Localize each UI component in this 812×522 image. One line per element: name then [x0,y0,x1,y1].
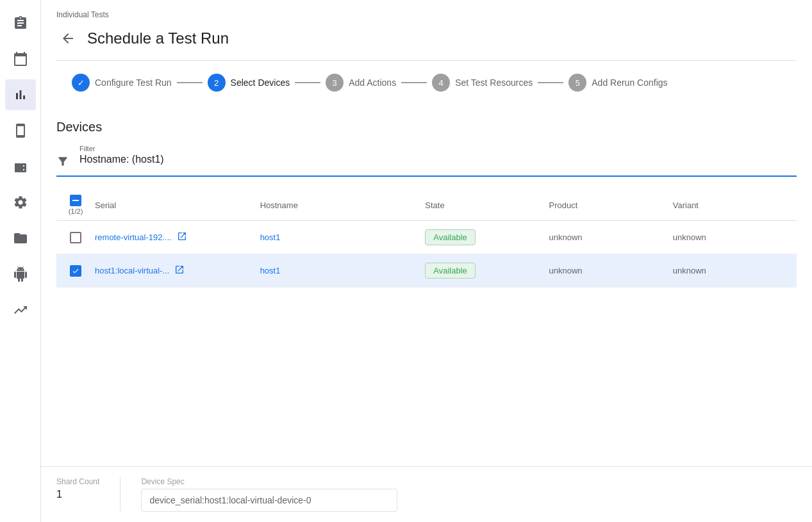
step-5-label: Add Rerun Configs [592,77,667,88]
device-table: (1/2) Serial Hostname State Product Vari… [56,190,797,288]
sidebar [0,0,41,522]
select-all-cell: (1/2) [56,195,95,215]
col-header-state: State [425,200,549,210]
external-link-icon-2[interactable] [174,265,185,277]
filter-label: Filter [79,145,164,152]
row-2-check-cell [56,265,95,277]
step-5: 5 Add Rerun Configs [568,74,667,92]
filter-value: Hostname: (host1) [79,154,164,165]
table-row: remote-virtual-192.... host1 Available u… [56,221,797,254]
footer-divider [120,477,120,512]
step-connector-2 [295,82,320,83]
sidebar-item-clipboard[interactable] [5,8,36,38]
state-badge-1: Available [425,229,476,245]
state-badge-2: Available [425,263,476,279]
product-text-2: unknown [549,266,583,275]
step-2-label: Select Devices [231,77,290,88]
sidebar-item-phone[interactable] [5,115,36,146]
step-1: ✓ Configure Test Run [72,74,172,92]
sidebar-item-chart[interactable] [5,79,36,110]
serial-cell-1: remote-virtual-192.... [95,231,260,244]
serial-link-1[interactable]: remote-virtual-192.... [95,232,172,242]
step-connector-3 [401,82,427,83]
step-4-label: Set Test Resources [455,77,533,88]
shard-count-label: Shard Count [56,477,99,486]
sidebar-item-settings[interactable] [5,187,36,218]
sidebar-item-folder[interactable] [5,223,36,254]
table-row: host1:local-virtual-... host1 Available … [56,254,797,288]
row-2-variant: unknown [673,266,797,275]
col-header-hostname: Hostname [260,200,426,210]
row-1-hostname: host1 [260,232,426,242]
sidebar-item-android[interactable] [5,259,36,290]
main-content: Individual Tests Schedule a Test Run ✓ C… [41,0,812,522]
hostname-link-2[interactable]: host1 [260,266,281,275]
col-header-variant: Variant [673,200,797,210]
col-header-serial: Serial [95,200,260,210]
row-1-serial: remote-virtual-192.... [95,231,260,244]
step-connector-1 [177,82,203,83]
selection-count: (1/2) [69,208,83,215]
back-button[interactable] [56,27,79,50]
col-header-product: Product [549,200,673,210]
header: Individual Tests Schedule a Test Run ✓ C… [41,0,812,104]
variant-text-1: unknown [673,232,706,242]
step-1-circle: ✓ [72,74,90,92]
product-text-1: unknown [549,232,583,242]
step-connector-4 [538,82,563,83]
row-2-hostname: host1 [260,266,426,275]
row-1-checkbox[interactable] [70,232,81,243]
select-all-checkbox[interactable] [70,195,81,206]
section-title: Devices [56,120,797,135]
row-2-product: unknown [549,266,673,275]
hostname-link-1[interactable]: host1 [260,232,281,242]
content: Devices Filter Hostname: (host1) [41,104,812,466]
device-spec-value: device_serial:host1:local-virtual-device… [149,495,311,505]
row-1-state: Available [425,229,549,245]
page-title: Schedule a Test Run [87,29,229,47]
step-5-circle: 5 [568,74,586,92]
step-3-circle: 3 [326,74,344,92]
stepper: ✓ Configure Test Run 2 Select Devices 3 … [56,61,797,104]
device-spec-field: Device Spec device_serial:host1:local-vi… [141,477,397,512]
step-4-circle: 4 [432,74,450,92]
table-header: (1/2) Serial Hostname State Product Vari… [56,190,797,221]
filter-row[interactable]: Filter Hostname: (host1) [56,145,797,177]
sidebar-item-server[interactable] [5,151,36,182]
breadcrumb: Individual Tests [56,5,797,22]
shard-count-field: Shard Count 1 [56,477,99,512]
variant-text-2: unknown [673,266,706,275]
page-title-row: Schedule a Test Run [56,22,797,60]
row-1-variant: unknown [673,232,797,242]
row-1-product: unknown [549,232,673,242]
step-2-circle: 2 [208,74,226,92]
footer: Shard Count 1 Device Spec device_serial:… [41,466,812,522]
step-4: 4 Set Test Resources [432,74,533,92]
step-3-label: Add Actions [349,77,396,88]
serial-link-2[interactable]: host1:local-virtual-... [95,266,169,275]
device-spec-label: Device Spec [141,477,397,486]
shard-count-value: 1 [56,489,99,500]
serial-cell-2: host1:local-virtual-... [95,265,260,277]
row-2-state: Available [425,263,549,279]
row-1-check-cell [56,232,95,243]
step-2: 2 Select Devices [208,74,290,92]
sidebar-item-activity[interactable] [5,295,36,325]
row-2-checkbox[interactable] [70,265,81,277]
filter-text-block: Filter Hostname: (host1) [79,145,164,165]
filter-icon [56,155,69,170]
device-spec-value-box: device_serial:host1:local-virtual-device… [141,489,397,512]
row-2-serial: host1:local-virtual-... [95,265,260,277]
step-1-label: Configure Test Run [95,77,172,88]
external-link-icon-1[interactable] [177,231,187,244]
sidebar-item-calendar[interactable] [5,44,36,74]
step-3: 3 Add Actions [326,74,396,92]
